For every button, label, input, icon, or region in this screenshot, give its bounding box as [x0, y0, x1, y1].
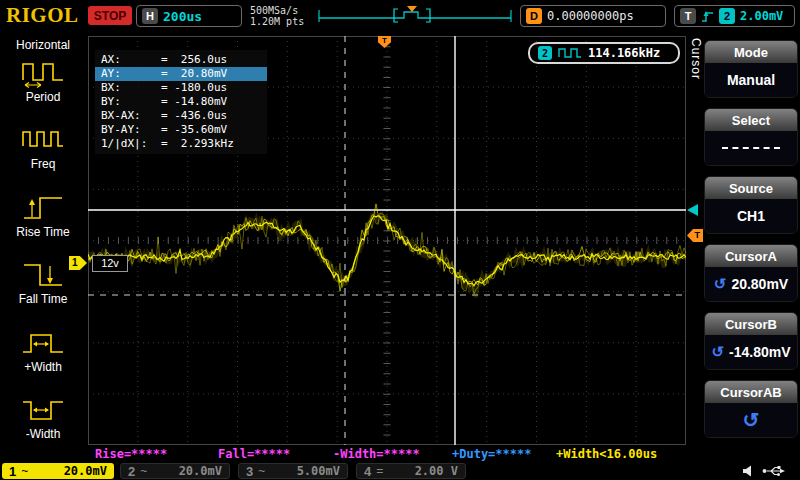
- delay-value: 0.00000000ps: [547, 9, 634, 23]
- cursor-ab-button[interactable]: CursorAB ↺: [704, 380, 798, 438]
- horizontal-timebase-box: H 200us: [136, 5, 242, 27]
- cursor-a-value: 20.80mV: [731, 276, 788, 292]
- measurement-rise: Rise=*****: [95, 447, 167, 461]
- menu-item-rise-time[interactable]: Rise Time: [0, 193, 86, 239]
- rise-time-icon: [20, 193, 66, 223]
- menu-item-label: +Width: [24, 360, 62, 374]
- menu-title-cursor: Cursor: [689, 38, 703, 108]
- plus-width-icon: [20, 328, 66, 358]
- cursor-a-button[interactable]: CursorA ↺ 20.80mV: [704, 244, 798, 302]
- rigol-logo: RIGOL: [6, 3, 79, 28]
- readout-row: 1/|dX|:= 2.293kHz: [95, 137, 267, 151]
- preview-waveform-icon: [318, 6, 512, 26]
- frequency-counter-box: 2 114.166kHz: [528, 42, 680, 64]
- menu-item-label: Rise Time: [16, 225, 69, 239]
- menu-item-minus-width[interactable]: -Width: [0, 395, 86, 441]
- menu-item-label: Period: [26, 90, 61, 104]
- menu-item-label: Freq: [31, 157, 56, 171]
- menu-item-plus-width[interactable]: +Width: [0, 328, 86, 374]
- coupling-icon: ~: [140, 464, 147, 478]
- menu-item-freq[interactable]: Freq: [0, 125, 86, 171]
- minus-width-icon: [20, 395, 66, 425]
- measurement-plus-width: +Width<16.00us: [556, 447, 657, 461]
- memory-depth: 1.20M pts: [250, 16, 304, 27]
- run-state-badge[interactable]: STOP: [88, 6, 132, 25]
- cursor-b-value: -14.80mV: [729, 344, 790, 360]
- trigger-level-marker[interactable]: T: [687, 229, 703, 242]
- mode-button[interactable]: Mode Manual: [704, 40, 798, 98]
- scope-display-area: AX:= 256.0us AY:= 20.80mV BX:= -180.0us …: [88, 36, 686, 445]
- coupling-icon: ~: [21, 464, 28, 478]
- freq-icon: [20, 125, 66, 155]
- channel-4-status[interactable]: 4 = 2.00 V: [356, 463, 466, 479]
- freq-counter-value: 114.166kHz: [588, 46, 660, 60]
- trigger-box: T 2 2.00mV: [674, 5, 795, 27]
- select-button[interactable]: Select: [704, 108, 798, 166]
- readout-row: BY-AY:= -35.60mV: [95, 123, 267, 137]
- measurement-fall: Fall=*****: [218, 447, 290, 461]
- readout-row: BX:= -180.0us: [95, 81, 267, 95]
- h-label-chip: H: [142, 8, 158, 24]
- readout-row: BX-AX:= -436.0us: [95, 109, 267, 123]
- menu-item-label: -Width: [26, 427, 61, 441]
- source-value: CH1: [737, 208, 765, 224]
- channel-3-status[interactable]: 3 ~ 5.00mV: [238, 463, 348, 479]
- timebase-value: 200us: [163, 9, 202, 24]
- sample-rate: 500MSa/s: [250, 5, 304, 16]
- source-button[interactable]: Source CH1: [704, 176, 798, 234]
- rotate-knob-icon: ↺: [714, 275, 727, 293]
- measurement-plus-duty: +Duty=*****: [452, 447, 531, 461]
- trigger-channel-chip: 2: [719, 8, 735, 24]
- dashed-line-icon: [722, 147, 780, 149]
- oscilloscope-screen: RIGOL STOP H 200us 500MSa/s 1.20M pts D …: [0, 0, 800, 480]
- waveform-preview-strip: [318, 6, 512, 26]
- delay-label-chip: D: [526, 8, 542, 24]
- trigger-slope-icon: [701, 8, 714, 24]
- menu-item-period[interactable]: Period: [0, 58, 86, 104]
- trigger-level-value: 2.00mV: [740, 9, 783, 23]
- coupling-icon: =: [376, 464, 383, 478]
- channel-1-status[interactable]: 1 ~ 20.0mV: [2, 463, 114, 479]
- readout-row-highlighted: AY:= 20.80mV: [95, 67, 267, 81]
- coupling-icon: ~: [258, 464, 265, 478]
- beeper-icon: [742, 465, 756, 477]
- cursor-readout-box: AX:= 256.0us AY:= 20.80mV BX:= -180.0us …: [95, 50, 267, 154]
- readout-row: AX:= 256.0us: [95, 53, 267, 67]
- square-wave-icon: [558, 47, 582, 59]
- rotate-knob-icon: ↺: [711, 343, 724, 361]
- cursor-a-marker-icon[interactable]: [687, 204, 698, 216]
- period-icon: [20, 58, 66, 88]
- rotate-knob-icon: ↺: [743, 408, 760, 432]
- channel-2-status[interactable]: 2 ~ 20.0mV: [120, 463, 230, 479]
- menu-item-label: Fall Time: [19, 292, 68, 306]
- acquisition-info: 500MSa/s 1.20M pts: [250, 5, 304, 27]
- freq-channel-chip: 2: [538, 46, 552, 60]
- left-menu-title: Horizontal: [0, 38, 86, 52]
- readout-row: BY:= -14.80mV: [95, 95, 267, 109]
- measurement-minus-width: -Width=*****: [333, 447, 420, 461]
- trigger-label-chip: T: [680, 8, 696, 24]
- usb-icon: [762, 465, 786, 477]
- cursor-b-button[interactable]: CursorB ↺ -14.80mV: [704, 312, 798, 370]
- mode-value: Manual: [727, 72, 775, 88]
- channel-label-tag: 12v: [92, 255, 128, 272]
- delay-box: D 0.00000000ps: [520, 5, 666, 27]
- fall-time-icon: [20, 260, 66, 290]
